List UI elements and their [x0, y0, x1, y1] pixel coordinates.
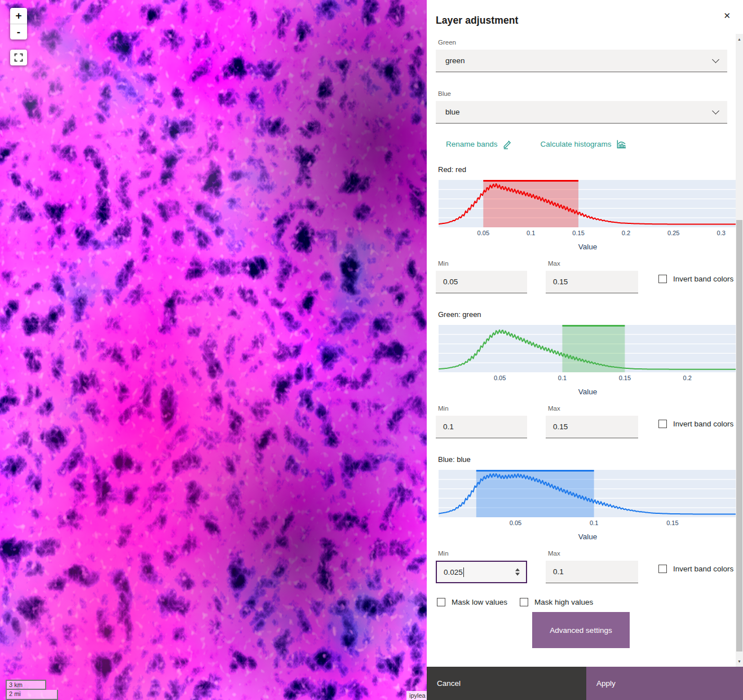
max-label: Max	[548, 550, 638, 557]
mask-high-label: Mask high values	[534, 598, 593, 606]
plot-area	[439, 470, 737, 517]
tick-label: 0.05	[494, 375, 506, 381]
zoom-in-button[interactable]: +	[10, 8, 27, 24]
blue-max-input[interactable]: 0.1	[546, 561, 638, 583]
input-value: 0.15	[553, 278, 568, 286]
max-group: Max 0.15	[546, 260, 638, 293]
fullscreen-corners-icon	[14, 53, 23, 62]
tick-label: 0.25	[667, 230, 679, 236]
x-axis-label: Value	[439, 243, 737, 251]
min-group: Min 0.1	[436, 405, 527, 438]
invert-label: Invert band colors	[673, 420, 733, 428]
blue-band-select[interactable]: blue	[436, 101, 727, 124]
green-histogram-chart[interactable]: 0.050.10.150.2 Value	[439, 325, 737, 396]
input-value: 0.15	[553, 422, 568, 431]
plot-area	[439, 180, 737, 227]
min-label: Min	[438, 405, 527, 412]
scale-km: 3 km	[6, 680, 46, 690]
tick-label: 0.15	[619, 375, 631, 381]
satellite-imagery	[0, 0, 427, 700]
scrollbar-up-arrow[interactable]: ▲	[736, 35, 743, 43]
panel-title: Layer adjustment	[436, 15, 519, 27]
selector-label: Green	[438, 39, 735, 46]
green-min-input[interactable]: 0.1	[436, 416, 527, 438]
tick-label: 0.3	[717, 230, 726, 236]
checkbox-icon[interactable]	[520, 598, 528, 606]
map-attribution[interactable]: ipylea	[406, 691, 427, 700]
histogram-plot[interactable]	[439, 470, 737, 517]
red-min-input[interactable]: 0.05	[436, 271, 527, 293]
max-group: Max 0.15	[546, 405, 638, 438]
red-max-input[interactable]: 0.15	[546, 271, 638, 293]
tick-label: 0.1	[558, 375, 567, 381]
chevron-down-icon	[712, 107, 719, 115]
min-label: Min	[438, 550, 527, 557]
checkbox-icon[interactable]	[658, 420, 667, 428]
checkbox-icon[interactable]	[437, 598, 445, 606]
edit-pencil-icon	[502, 139, 512, 149]
number-spinner[interactable]	[515, 569, 520, 576]
histogram-plot[interactable]	[439, 325, 737, 372]
rename-bands-label: Rename bands	[446, 140, 498, 148]
input-value: 0.1	[553, 567, 564, 576]
panel-footer: Cancel Apply	[427, 667, 743, 700]
blue-min-input[interactable]: 0.025	[436, 561, 527, 583]
red-invert-checkbox-group[interactable]: Invert band colors	[658, 275, 733, 283]
chevron-down-icon	[712, 56, 719, 63]
rename-bands-button[interactable]: Rename bands	[446, 139, 512, 149]
plot-area	[439, 325, 737, 372]
green-band-select[interactable]: green	[436, 50, 727, 72]
tick-label: 0.15	[572, 230, 584, 236]
x-axis-label: Value	[439, 388, 737, 396]
layer-adjustment-panel: Layer adjustment ✕ Green green Blue blue	[427, 0, 743, 700]
advanced-settings-button[interactable]: Advanced settings	[532, 612, 630, 648]
select-value: blue	[445, 108, 460, 116]
scrollbar-down-arrow[interactable]: ▼	[736, 657, 743, 666]
apply-button[interactable]: Apply	[586, 667, 743, 700]
invert-label: Invert band colors	[673, 565, 733, 573]
band-heading: Red: red	[438, 165, 735, 174]
histogram-chart-icon	[616, 139, 627, 149]
mask-options-row: Mask low values Mask high values	[437, 598, 735, 606]
fullscreen-button[interactable]	[10, 50, 27, 65]
tick-label: 0.2	[622, 230, 630, 236]
band-heading: Green: green	[438, 310, 735, 319]
selector-label: Blue	[438, 90, 735, 97]
invert-label: Invert band colors	[673, 275, 733, 283]
x-axis-ticks: 0.050.10.15	[439, 520, 737, 528]
checkbox-icon[interactable]	[658, 565, 667, 573]
map-zoom-control: + -	[10, 8, 27, 39]
mask-low-checkbox-group[interactable]: Mask low values	[437, 598, 507, 606]
min-group: Min 0.025	[436, 550, 527, 583]
blue-invert-checkbox-group[interactable]: Invert band colors	[658, 565, 733, 573]
minmax-row: Min 0.025 Max 0.1 Invert	[436, 550, 735, 583]
calculate-histograms-button[interactable]: Calculate histograms	[541, 139, 627, 149]
panel-header: Layer adjustment ✕	[427, 0, 743, 27]
green-invert-checkbox-group[interactable]: Invert band colors	[658, 420, 733, 428]
map-canvas[interactable]: + - 3 km 2 mi ipylea	[0, 0, 427, 700]
checkbox-icon[interactable]	[658, 275, 667, 283]
x-axis-label: Value	[439, 532, 737, 541]
input-value: 0.025	[444, 568, 463, 576]
cancel-button[interactable]: Cancel	[427, 667, 586, 700]
min-group: Min 0.05	[436, 260, 527, 293]
band-actions-row: Rename bands Calculate histograms	[446, 139, 735, 149]
band-heading: Blue: blue	[438, 455, 735, 464]
app-root: + - 3 km 2 mi ipylea Layer adjustment ✕ …	[0, 0, 743, 700]
blue-histogram-chart[interactable]: 0.050.10.15 Value	[439, 470, 737, 541]
panel-scrollbar[interactable]: ▲ ▼	[736, 34, 743, 667]
red-histogram-chart[interactable]: 0.050.10.150.20.250.3 Value	[439, 180, 737, 251]
mask-high-checkbox-group[interactable]: Mask high values	[520, 598, 593, 606]
scrollbar-thumb[interactable]	[736, 220, 742, 651]
zoom-out-button[interactable]: -	[10, 24, 27, 39]
histogram-plot[interactable]	[439, 180, 737, 227]
green-max-input[interactable]: 0.15	[546, 416, 638, 438]
close-icon[interactable]: ✕	[723, 11, 731, 20]
min-label: Min	[438, 260, 527, 267]
select-value: green	[445, 56, 465, 65]
calculate-histograms-label: Calculate histograms	[541, 140, 612, 148]
x-axis-ticks: 0.050.10.150.20.250.3	[439, 230, 737, 238]
band-section-green: Green: green 0.050.10.150.2 Value Min 0.…	[436, 310, 735, 438]
tick-label: 0.05	[477, 230, 489, 236]
minmax-row: Min 0.05 Max 0.15 Invert	[436, 260, 735, 293]
